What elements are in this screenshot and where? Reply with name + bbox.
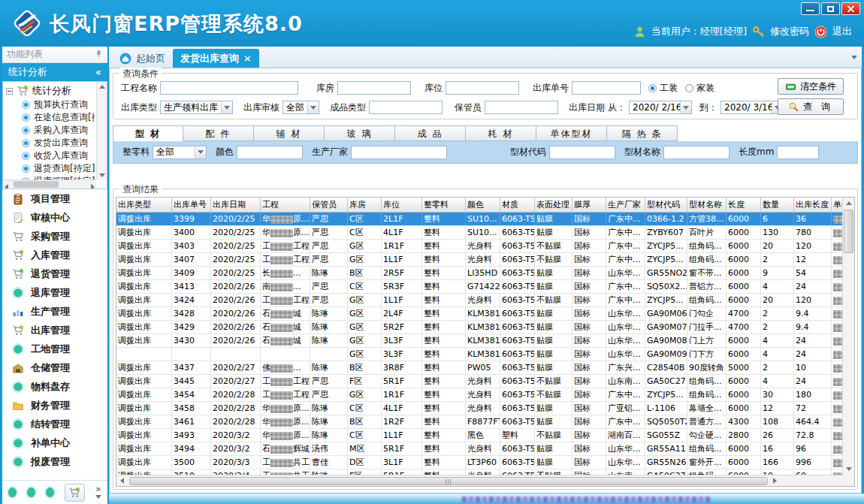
table-row[interactable]: G区3L3F整料KLM38176063-T5贴膜国标山东华...GA90M09.… [116, 348, 842, 361]
grid-vertical-scrollbar[interactable] [842, 198, 854, 475]
search-button[interactable]: 查 询 [778, 98, 844, 115]
tab-list-dropdown-icon[interactable] [851, 51, 857, 62]
tab-start-page[interactable]: 起始页 [112, 49, 173, 68]
scroll-up-icon[interactable] [843, 198, 854, 209]
warehouse-input[interactable] [337, 81, 411, 95]
sidebar-menu-item[interactable]: 项目管理 [2, 189, 107, 208]
sidebar-menu-item[interactable]: 物料盘存 [2, 377, 107, 396]
table-row[interactable]: 调拨出库34292020/2/26石城陈琳G区5R2F整料KLM38176063… [116, 321, 842, 334]
column-header[interactable]: 出库长度 [794, 198, 832, 212]
sidebar-menu-item[interactable]: 仓储管理 [2, 358, 107, 377]
table-row[interactable]: 调拨出库34612020/2/28华原...陈琳B区1R2F整料F8877FT6… [116, 415, 842, 429]
column-header[interactable]: 颜色 [466, 198, 500, 212]
material-tab[interactable]: 配 件 [183, 125, 254, 141]
maximize-button[interactable] [821, 2, 840, 15]
tab-close-icon[interactable]: × [243, 53, 252, 64]
table-row[interactable]: 调拨出库34452020/2/27工工程严思F区5R1F整料光身料6063-T5… [116, 375, 842, 388]
material-tab[interactable]: 玻 璃 [325, 125, 395, 141]
sidebar-menu-item[interactable]: 财务管理 [2, 396, 107, 415]
table-row[interactable]: 调拨出库34542020/2/28工工程严思G区1R1F整料光身料6063-T5… [116, 388, 842, 402]
column-header[interactable]: 整零料 [422, 198, 466, 212]
tree-item[interactable]: 收货入库查询 [6, 149, 95, 162]
scroll-left-icon[interactable] [5, 182, 8, 189]
table-row[interactable]: 调拨出库35102020/3/4工共工程陈琳F区5R1F整料光身料6063-T5… [116, 469, 842, 475]
scroll-down-icon[interactable] [843, 463, 854, 475]
module-circle-icon[interactable] [46, 487, 54, 497]
sidebar-menu-item[interactable]: 报废管理 [2, 452, 107, 471]
location-input[interactable] [446, 81, 519, 95]
table-row[interactable]: 调拨出库34372020/2/27佛...陈琳B区3R8F整料PW056063-… [116, 361, 842, 375]
column-header[interactable]: 出库类型 [116, 198, 172, 212]
tree-item[interactable]: 发货出库查询 [6, 137, 95, 149]
column-header[interactable]: 库房 [348, 198, 382, 212]
sidebar-menu-item[interactable]: 生产管理 [2, 302, 107, 321]
material-tab[interactable]: 辅 材 [254, 125, 325, 141]
collapse-icon[interactable]: « [95, 66, 101, 78]
whole-part-dropdown[interactable]: 全部 [153, 146, 207, 159]
order-no-input[interactable] [572, 81, 641, 95]
table-row[interactable]: 调拨出库34582020/2/28华原...陈琳C区4L1F整料光身料6063-… [116, 402, 842, 415]
tree-item[interactable]: 退货查询[待定] [6, 162, 95, 175]
sidebar-menu-item[interactable]: 入库管理 [2, 246, 107, 264]
date-from-picker[interactable]: 2020/ 2/16 [629, 101, 692, 114]
pin-icon[interactable] [95, 50, 103, 60]
tree-root-statistics[interactable]: 统计分析 [6, 83, 95, 98]
sidebar-menu-item[interactable]: 工地管理 [2, 340, 107, 358]
out-type-dropdown[interactable]: 生产领料出库 [160, 101, 233, 114]
tree-horizontal-scrollbar[interactable] [3, 180, 96, 189]
sidebar-menu-item[interactable]: 审核中心 [2, 208, 107, 227]
scrollbar-thumb[interactable] [14, 181, 59, 188]
tree-item[interactable]: 在途信息查询[待 [6, 111, 95, 124]
clear-conditions-button[interactable]: 清空条件 [778, 78, 844, 95]
module-circle-icon[interactable] [27, 487, 35, 497]
table-row[interactable]: 调拨出库34932020/3/2华原...陈琳C区1L1F整料黑色塑料不贴膜国标… [116, 429, 842, 442]
minimize-button[interactable] [801, 2, 820, 15]
keeper-input[interactable] [485, 101, 558, 114]
sidebar-menu-item[interactable]: 结转管理 [2, 415, 107, 433]
column-header[interactable]: 型材代码 [645, 198, 687, 212]
grid-horizontal-scrollbar[interactable] [116, 475, 842, 486]
radio-home[interactable]: 家装 [685, 82, 714, 95]
column-header[interactable]: 长度 [727, 198, 761, 212]
column-header[interactable]: 出库单号 [172, 198, 211, 212]
column-header[interactable]: 出库日期 [211, 198, 261, 212]
column-header[interactable]: 生产厂家 [606, 198, 645, 212]
product-type-input[interactable] [369, 101, 443, 114]
color-input[interactable] [237, 146, 303, 159]
column-header[interactable]: 膜厚 [572, 198, 606, 212]
column-header[interactable]: 表面处理 [535, 198, 572, 212]
profile-code-input[interactable] [549, 146, 615, 159]
scroll-left-icon[interactable] [116, 475, 128, 487]
radio-industrial[interactable]: 工装 [648, 82, 678, 95]
project-name-input[interactable] [160, 81, 298, 95]
tree-item[interactable]: 预算执行查询 [6, 98, 95, 111]
column-header[interactable]: 保管员 [310, 198, 348, 212]
column-header[interactable]: 型材名称 [687, 198, 727, 212]
sidebar-menu-item[interactable]: 退货管理 [2, 264, 107, 283]
change-password-button[interactable]: 修改密码 [770, 25, 809, 38]
material-tab[interactable]: 成 品 [395, 125, 466, 141]
column-header[interactable]: 材质 [500, 198, 535, 212]
logout-button[interactable]: 退出 [832, 25, 852, 38]
sidebar-group-header[interactable]: 统计分析 « [2, 63, 107, 81]
more-modules-button[interactable]: » [95, 486, 101, 499]
close-button[interactable] [841, 2, 860, 15]
table-row[interactable]: 调拨出库34002020/2/25华原...严思C区4L1F整料SU10...6… [116, 226, 842, 240]
tree-expander-icon[interactable] [6, 88, 13, 95]
sidebar-menu-item[interactable]: 采购管理 [2, 227, 107, 246]
material-tab[interactable]: 型 材 [113, 125, 183, 141]
table-row[interactable]: 调拨出库35002020/3/3工共工程曹佳D区3L1F整料LT3P606063… [116, 456, 842, 469]
scroll-right-icon[interactable] [769, 475, 781, 487]
table-row[interactable]: 调拨出库34942020/3/2石辉城汤伟M区5R1F整料光身料6063-T5贴… [116, 442, 842, 456]
length-input[interactable] [777, 146, 819, 159]
manufacturer-input[interactable] [351, 146, 447, 159]
scroll-right-icon[interactable] [91, 182, 95, 189]
scrollbar-thumb[interactable] [844, 210, 853, 253]
material-tab[interactable]: 单体型材 [536, 125, 607, 141]
column-header[interactable]: 库位 [382, 198, 422, 212]
material-tab[interactable]: 耗 材 [466, 125, 536, 141]
column-header[interactable]: 数量 [761, 198, 794, 212]
scrollbar-thumb[interactable] [129, 477, 768, 485]
table-row[interactable]: 调拨出库34242020/2/26工工程严思G区1L1F整料光身料6063-T5… [116, 294, 842, 307]
table-row[interactable]: 调拨出库33992020/2/25华原...严思C区2L1F整料SU10...6… [116, 213, 842, 226]
